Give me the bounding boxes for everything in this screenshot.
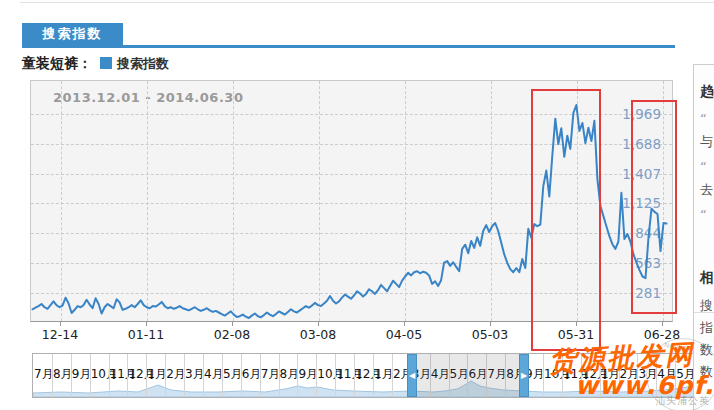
sidebar-text-fragment: “: [700, 207, 707, 222]
x-axis-label: 02-08: [197, 327, 267, 342]
scrubber-month-label: 1月: [147, 367, 167, 381]
watermark-site-url: www.6pf.cn: [575, 371, 714, 400]
x-axis-label: 04-05: [369, 327, 439, 342]
highlight-box-june-decline: [631, 100, 677, 314]
scrubber-month-label: 8月: [53, 367, 73, 381]
x-axis-tick: [490, 322, 491, 326]
scrubber-month-label: 2月: [166, 367, 186, 381]
sidebar-text-fragment: 相: [700, 269, 714, 287]
scrubber-month-label: 9月: [298, 367, 318, 381]
x-axis-tick: [404, 322, 405, 326]
legend-swatch-icon: [100, 57, 112, 69]
highlight-box-may-surge: [531, 89, 601, 351]
sidebar-text-fragment: 搜: [700, 297, 713, 315]
x-axis-tick: [662, 322, 663, 326]
tab-label: 搜索指数: [43, 26, 103, 41]
scrubber-month-label: 4月: [204, 367, 224, 381]
sidebar-text-fragment: 去: [700, 181, 713, 199]
x-axis-label: 03-08: [283, 327, 353, 342]
tab-search-index[interactable]: 搜索指数: [22, 23, 123, 45]
x-axis-tick: [60, 322, 61, 326]
scrubber-left-handle[interactable]: ◀: [407, 354, 417, 397]
top-divider: [20, 2, 714, 3]
x-axis-tick: [318, 322, 319, 326]
tab-underline: [22, 45, 675, 48]
scrubber-month-label: 7月: [261, 367, 281, 381]
x-axis-label: 12-14: [25, 327, 95, 342]
scrubber-month-label: 7月: [34, 367, 54, 381]
sidebar-text-fragment: 与: [700, 133, 713, 151]
x-axis-tick: [232, 322, 233, 326]
legend-series-label: 搜索指数: [117, 56, 169, 71]
sidebar-text-fragment: 指: [700, 319, 713, 337]
chart-legend: 童装短裤：搜索指数: [22, 55, 169, 73]
x-axis-label: 05-03: [455, 327, 525, 342]
scrubber-month-label: 5月: [223, 367, 243, 381]
scrubber-month-label: 6月: [242, 367, 262, 381]
sidebar-text-fragment: “: [700, 111, 707, 126]
sidebar-text-fragment: 趋: [700, 83, 714, 101]
scrubber-month-label: 1月: [374, 367, 394, 381]
keyword-label: 童装短裤：: [22, 55, 92, 71]
x-axis-label: 01-11: [111, 327, 181, 342]
x-axis-tick: [146, 322, 147, 326]
sidebar-text-fragment: “: [700, 159, 707, 174]
scrubber-month-label: 3月: [185, 367, 205, 381]
scrubber-month-label: 9月: [72, 367, 92, 381]
scrubber-month-label: 8月: [280, 367, 300, 381]
scrubber-selected-window[interactable]: [417, 354, 519, 397]
scrubber-right-handle[interactable]: ▶: [519, 354, 529, 397]
